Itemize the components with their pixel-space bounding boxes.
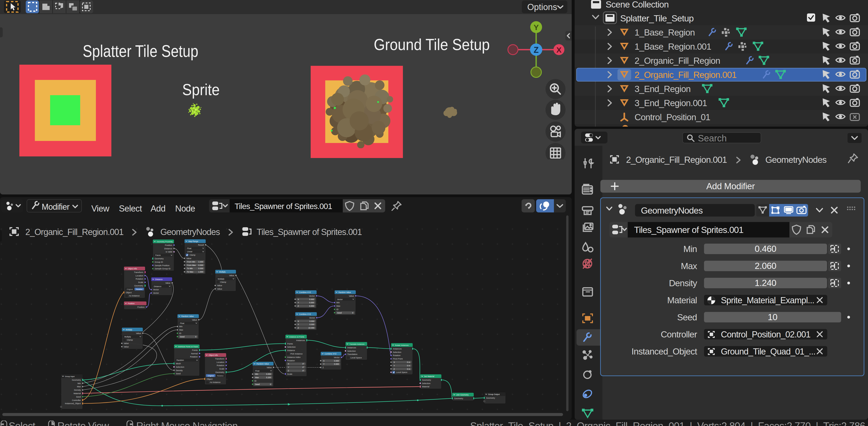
svg-text:Random Value: Random Value: [181, 315, 194, 317]
svg-text:Location: Location: [217, 361, 224, 363]
svg-text:Multiply: Multiply: [126, 329, 132, 331]
svg-text:Object: Object: [126, 291, 132, 294]
svg-text:0.200: 0.200: [266, 376, 271, 379]
svg-text:Seed: Seed: [337, 312, 342, 314]
svg-text:Seed: Seed: [255, 383, 260, 386]
svg-text:Combine XYZ: Combine XYZ: [299, 313, 311, 315]
svg-text:0.000: 0.000: [309, 305, 314, 307]
svg-text:Position: Position: [165, 244, 172, 247]
svg-text:Density: Density: [176, 369, 183, 371]
svg-text:Control_Position_01: Control_Position_01: [634, 112, 710, 122]
svg-text:3_End_Region.001: 3_End_Region.001: [634, 98, 707, 108]
svg-text:Group Input: Group Input: [65, 375, 75, 378]
svg-text:Transform: Transform: [215, 358, 224, 360]
svg-text:Points: Points: [192, 349, 198, 351]
svg-text:Rotation: Rotation: [217, 364, 224, 367]
svg-text:Max: Max: [179, 329, 183, 331]
svg-text:Original: Original: [208, 375, 214, 377]
svg-text:Min: Min: [336, 301, 340, 304]
svg-text:Selection: Selection: [287, 346, 296, 348]
svg-text:Material: Material: [422, 386, 429, 388]
svg-text:Relative: Relative: [217, 375, 223, 377]
svg-text:Geometry: Geometry: [215, 371, 224, 373]
svg-text:ID: ID: [336, 308, 339, 310]
svg-text:Value: Value: [124, 342, 129, 345]
svg-text:Value: Value: [186, 257, 191, 260]
svg-text:Distribute Points on Faces: Distribute Points on Faces: [178, 346, 198, 348]
svg-text:Value: Value: [229, 274, 234, 276]
svg-text:ID: ID: [254, 380, 257, 382]
svg-text:Rotation: Rotation: [135, 278, 143, 280]
svg-text:Scene Collection: Scene Collection: [606, 0, 669, 9]
svg-text:Translation: Translation: [347, 353, 358, 355]
svg-text:Float: Float: [255, 370, 260, 372]
svg-text:X: X: [298, 298, 299, 300]
svg-text:Min: Min: [78, 382, 81, 385]
svg-text:Multiply: Multiply: [218, 278, 224, 280]
svg-text:Scale: Scale: [219, 368, 224, 370]
svg-text:Combine XYZ: Combine XYZ: [299, 291, 311, 294]
svg-text:To Max: To Max: [187, 271, 193, 273]
svg-text:Sample Group ID: Sample Group ID: [155, 267, 170, 270]
svg-text:Random: Random: [177, 359, 184, 361]
svg-text:Position: Position: [137, 306, 145, 308]
svg-text:0°: 0°: [303, 366, 304, 368]
svg-text:10.000: 10.000: [308, 327, 314, 329]
svg-text:Value: Value: [217, 288, 222, 290]
svg-text:Transform: Transform: [134, 271, 143, 273]
svg-text:Is Valid: Is Valid: [165, 251, 172, 253]
svg-text:0: 0: [270, 383, 271, 386]
svg-text:Min: Min: [179, 325, 183, 328]
svg-text:Random Value: Random Value: [256, 363, 269, 365]
svg-text:Selection: Selection: [347, 350, 356, 352]
svg-text:Geometry: Geometry: [486, 397, 495, 399]
svg-text:Z: Z: [394, 368, 395, 370]
svg-text:0°: 0°: [303, 369, 304, 372]
svg-text:Value: Value: [136, 332, 141, 334]
svg-text:Value: Value: [349, 295, 354, 297]
svg-text:Material: Material: [73, 392, 81, 395]
svg-text:0: 0: [352, 312, 353, 314]
svg-text:Distance: Distance: [154, 285, 161, 288]
svg-text:1_Base_Region: 1_Base_Region: [634, 28, 695, 37]
svg-text:0 m: 0 m: [407, 361, 410, 363]
svg-text:Z: Z: [534, 45, 539, 55]
svg-text:3_End_Region: 3_End_Region: [634, 84, 690, 94]
svg-text:Vector: Vector: [153, 289, 159, 291]
svg-text:Y: Y: [298, 301, 299, 304]
svg-text:Clamp: Clamp: [220, 281, 226, 283]
svg-text:Instanced_Object: Instanced_Object: [65, 402, 81, 404]
svg-text:To Min: To Min: [187, 267, 193, 270]
svg-text:Y: Y: [323, 363, 324, 365]
svg-text:Local Space: Local Space: [350, 357, 362, 359]
svg-text:Z: Z: [322, 366, 324, 369]
svg-text:X: X: [298, 320, 299, 322]
svg-text:0.000: 0.000: [334, 360, 339, 362]
svg-text:Faces: Faces: [155, 254, 161, 256]
svg-text:Max: Max: [77, 386, 81, 388]
svg-text:Y: Y: [288, 366, 289, 368]
svg-text:Distance: Distance: [164, 248, 172, 250]
svg-text:Vector: Vector: [309, 317, 315, 319]
svg-text:Density: Density: [74, 389, 81, 391]
svg-text:Instances: Instances: [393, 348, 402, 350]
svg-text:Set Material: Set Material: [424, 375, 434, 378]
svg-text:Selection: Selection: [422, 382, 431, 385]
svg-text:0°: 0°: [303, 363, 304, 365]
svg-text:Normal: Normal: [191, 353, 198, 355]
svg-text:Instances: Instances: [296, 339, 305, 341]
svg-text:Rotation: Rotation: [393, 354, 401, 357]
svg-text:Instance Index: Instance Index: [287, 356, 301, 358]
svg-text:Linear: Linear: [187, 251, 192, 253]
svg-text:0 m: 0 m: [407, 364, 410, 367]
svg-text:Min: Min: [255, 373, 258, 375]
svg-text:Multiply: Multiply: [219, 271, 226, 273]
svg-text:Seed: Seed: [176, 372, 181, 375]
svg-text:1.000: 1.000: [198, 271, 203, 273]
svg-text:Geometry: Geometry: [72, 379, 81, 381]
svg-text:Vector: Vector: [153, 292, 159, 294]
svg-text:Pivot Point: Pivot Point: [393, 358, 403, 360]
svg-text:Seed: Seed: [76, 396, 81, 398]
svg-text:Geometry: Geometry: [155, 258, 164, 260]
svg-text:Float: Float: [180, 322, 185, 324]
